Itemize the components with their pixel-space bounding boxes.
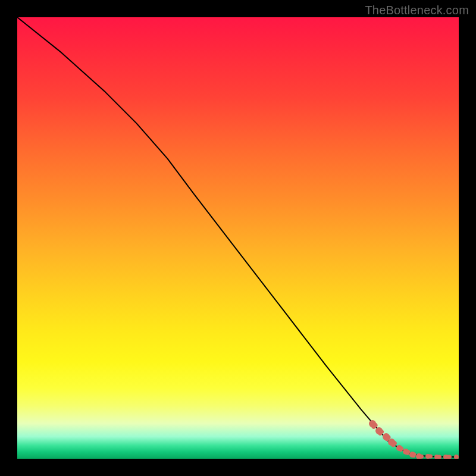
- bottleneck-curve: [17, 17, 459, 459]
- chart-stage: TheBottleneck.com: [0, 0, 476, 476]
- optimal-marker-dot: [425, 454, 430, 459]
- plot-area: [17, 17, 459, 459]
- optimal-marker-dot: [443, 455, 448, 459]
- optimal-marker-dot: [388, 439, 395, 446]
- optimal-marker-dot: [409, 452, 415, 458]
- optimal-marker-dot: [454, 455, 459, 459]
- optimal-marker-dot: [396, 445, 402, 451]
- optimal-marker-dot: [434, 455, 439, 459]
- watermark-text: TheBottleneck.com: [365, 4, 469, 17]
- optimal-marker-dot: [369, 420, 376, 427]
- optimal-marker-dot: [375, 427, 383, 434]
- optimal-marker-dot: [403, 449, 409, 455]
- optimal-marker-dot: [416, 453, 422, 459]
